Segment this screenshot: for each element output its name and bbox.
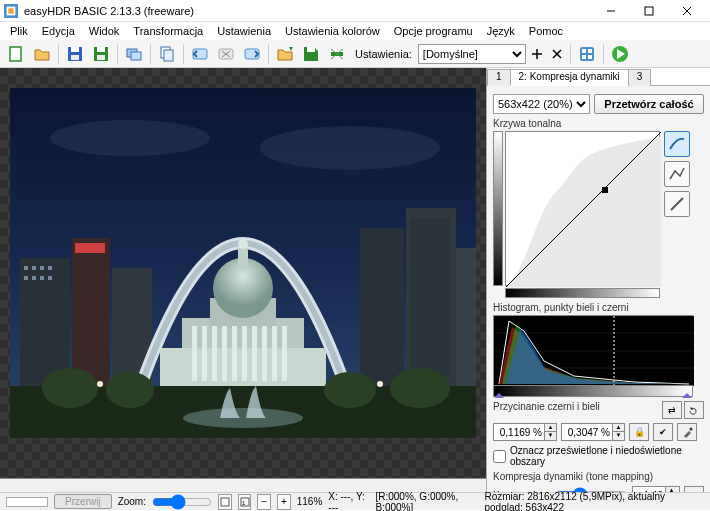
svg-rect-45 <box>360 228 404 388</box>
svg-rect-13 <box>97 55 105 60</box>
svg-rect-35 <box>582 55 586 59</box>
menu-bar: Plik Edycja Widok Transformacja Ustawien… <box>0 22 710 40</box>
undo-button[interactable] <box>188 42 212 66</box>
zoom-value: 116% <box>297 496 323 507</box>
svg-rect-71 <box>48 276 52 280</box>
save-as-button[interactable] <box>89 42 113 66</box>
zoom-out-button[interactable]: − <box>257 494 271 510</box>
svg-point-74 <box>42 368 98 408</box>
process-button[interactable] <box>608 42 632 66</box>
copy-button[interactable] <box>155 42 179 66</box>
histogram-section-label: Histogram, punkty bieli i czerni <box>493 302 704 313</box>
images-button[interactable] <box>122 42 146 66</box>
preview-scrollbar[interactable] <box>0 478 486 492</box>
size-readout: Rozmiar: 2816x2112 (5,9MPix), aktualny p… <box>484 491 704 512</box>
tone-curve[interactable] <box>505 131 660 286</box>
svg-rect-63 <box>282 326 287 381</box>
svg-rect-2 <box>8 8 13 13</box>
tab-3[interactable]: 3 <box>628 69 652 86</box>
svg-rect-12 <box>97 47 105 52</box>
tab-compression[interactable]: 2: Kompresja dynamiki <box>510 69 629 86</box>
svg-rect-7 <box>10 47 21 61</box>
svg-rect-66 <box>40 266 44 270</box>
save-button[interactable] <box>63 42 87 66</box>
menu-program-options[interactable]: Opcje programu <box>388 24 479 38</box>
histogram-range-slider[interactable] <box>493 385 693 397</box>
apply-clip-button[interactable]: ✔ <box>653 423 673 441</box>
menu-help[interactable]: Pomoc <box>523 24 569 38</box>
clip-section-label: Przycinanie czerni i bieli <box>493 401 600 419</box>
zoom-label: Zoom: <box>118 496 146 507</box>
curve-tool-linear[interactable] <box>664 191 690 217</box>
preset-remove-button[interactable] <box>548 42 566 66</box>
svg-point-53 <box>238 239 248 249</box>
maximize-button[interactable] <box>630 1 668 21</box>
process-all-button[interactable]: Przetwórz całość <box>594 94 704 114</box>
zoom-100-button[interactable]: 1 <box>238 494 252 510</box>
histogram[interactable] <box>493 315 693 385</box>
svg-text:▾: ▾ <box>315 45 319 53</box>
svg-rect-25 <box>307 47 315 52</box>
menu-transform[interactable]: Transformacja <box>127 24 209 38</box>
svg-rect-56 <box>212 326 217 381</box>
curve-tool-smooth[interactable] <box>664 131 690 157</box>
open-button[interactable] <box>30 42 54 66</box>
tab-1[interactable]: 1 <box>487 69 511 86</box>
cancel-button[interactable]: Przerwij <box>54 494 112 509</box>
white-point-handle[interactable] <box>682 388 692 398</box>
svg-point-77 <box>390 368 450 408</box>
lock-clip-button[interactable]: 🔒 <box>629 423 649 441</box>
link-clip-button[interactable]: ⇄ <box>662 401 682 419</box>
preview-image[interactable] <box>10 88 476 438</box>
new-button[interactable] <box>4 42 28 66</box>
preset-select[interactable]: [Domyślne] <box>418 44 526 64</box>
preset-add-button[interactable] <box>528 42 546 66</box>
window-title: easyHDR BASIC 2.13.3 (freeware) <box>24 5 592 17</box>
svg-rect-72 <box>410 218 450 378</box>
svg-point-80 <box>377 381 383 387</box>
svg-rect-65 <box>32 266 36 270</box>
svg-rect-82 <box>602 187 608 193</box>
reset-clip-button[interactable] <box>684 401 704 419</box>
curve-tool-points[interactable] <box>664 161 690 187</box>
grid-view-button[interactable] <box>575 42 599 66</box>
menu-settings[interactable]: Ustawienia <box>211 24 277 38</box>
svg-rect-10 <box>71 55 79 60</box>
preview-zoom-select[interactable]: 563x422 (20%) <box>493 94 590 114</box>
side-panel: 1 2: Kompresja dynamiki 3 563x422 (20%) … <box>486 68 710 492</box>
mark-overexposed-checkbox[interactable]: Oznacz prześwietlone i niedoświetlone ob… <box>493 445 704 467</box>
redo-button[interactable] <box>214 42 238 66</box>
black-point-handle[interactable] <box>494 388 504 398</box>
menu-view[interactable]: Widok <box>83 24 126 38</box>
svg-line-83 <box>671 198 683 210</box>
clip-white-input[interactable]: ▲▼ <box>561 423 625 441</box>
minimize-button[interactable] <box>592 1 630 21</box>
menu-file[interactable]: Plik <box>4 24 34 38</box>
svg-rect-55 <box>202 326 207 381</box>
zoom-in-button[interactable]: + <box>277 494 291 510</box>
settings-save-button[interactable]: ▾ <box>299 42 323 66</box>
eyedropper-button[interactable] <box>677 423 697 441</box>
zoom-fit-button[interactable] <box>218 494 232 510</box>
svg-rect-70 <box>40 276 44 280</box>
svg-rect-59 <box>242 326 247 381</box>
clip-black-input[interactable]: ▲▼ <box>493 423 557 441</box>
zoom-slider[interactable] <box>152 494 212 510</box>
toolbar: ▾ ▾ Ustawienia: [Domyślne] <box>0 40 710 68</box>
tonemap-section-label: Kompresja dynamiki (tone mapping) <box>493 471 704 482</box>
redo2-button[interactable] <box>240 42 264 66</box>
svg-rect-60 <box>252 326 257 381</box>
svg-point-75 <box>106 372 154 408</box>
svg-rect-62 <box>272 326 277 381</box>
settings-open-button[interactable]: ▾ <box>273 42 297 66</box>
menu-edit[interactable]: Edycja <box>36 24 81 38</box>
svg-point-40 <box>260 126 440 170</box>
svg-rect-9 <box>71 47 79 52</box>
menu-color-settings[interactable]: Ustawienia kolorów <box>279 24 386 38</box>
close-button[interactable] <box>668 1 706 21</box>
svg-rect-64 <box>24 266 28 270</box>
crop-button[interactable] <box>325 42 349 66</box>
svg-rect-68 <box>24 276 28 280</box>
svg-point-89 <box>689 427 692 430</box>
menu-language[interactable]: Język <box>481 24 521 38</box>
